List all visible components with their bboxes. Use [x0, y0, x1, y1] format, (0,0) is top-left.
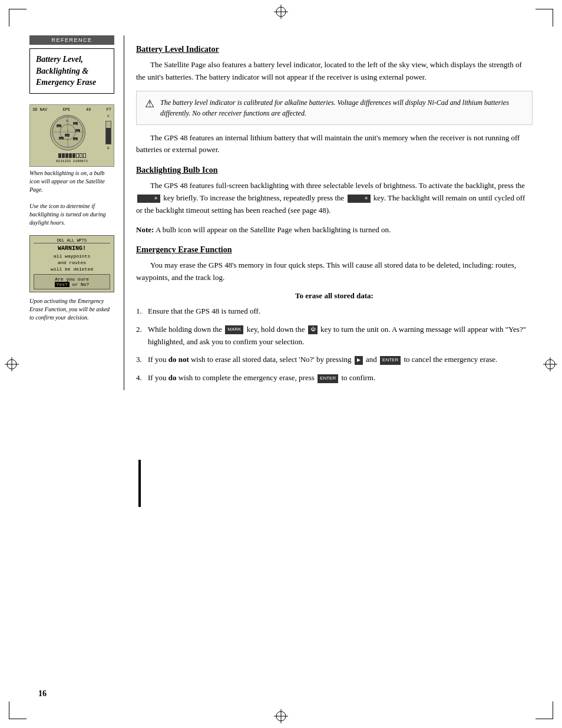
step-2-num: 2. — [136, 324, 142, 336]
enter-key-step3: ENTER — [380, 356, 401, 365]
step-2-mid: key, hold down the — [247, 325, 305, 334]
erase-screen: DEL ALL WPTS WARNING! all waypoints and … — [29, 235, 114, 292]
sidebar-title-box: Battery Level, Backlighting & Emergency … — [29, 48, 114, 94]
battery-section: Battery Level Indicator The Satellite Pa… — [136, 45, 533, 156]
steps-list: 1. Ensure that the GPS 48 is turned off.… — [136, 305, 533, 384]
enter-key-step4: ENTER — [318, 374, 338, 383]
mark-key: MARK — [225, 325, 243, 334]
step-4-num: 4. — [136, 372, 142, 384]
svg-text:27: 27 — [65, 135, 68, 137]
battery-bar-3 — [65, 153, 68, 158]
warning-triangle-icon: ⚠ — [145, 98, 154, 109]
emergency-section: Emergency Erase Function You may erase t… — [136, 245, 533, 384]
epe-value: 49 — [86, 107, 91, 113]
backlighting-text-pre: The GPS 48 features full-screen backligh… — [150, 181, 525, 190]
erase-yes: Yes? — [55, 282, 70, 287]
reg-mark-top — [274, 5, 288, 19]
page: 16 REFERENCE Battery Level, Backlighting… — [0, 0, 562, 728]
backlighting-text-mid: key briefly. To increase the brightness,… — [163, 193, 344, 202]
emergency-title: Emergency Erase Function — [136, 245, 533, 255]
step-1-num: 1. — [136, 305, 142, 318]
erase-confirm-pre: Are you sure — [55, 276, 89, 282]
vertical-accent-bar — [138, 460, 141, 507]
svg-text:19: 19 — [59, 138, 62, 140]
erase-line1: all waypoints — [34, 253, 110, 259]
emergency-paragraph1: You may erase the GPS 48's memory in fou… — [136, 259, 533, 284]
step-3: 3. If you do not wish to erase all store… — [136, 354, 533, 366]
corner-mark-bl — [9, 701, 27, 719]
battery-note-text: The battery level indicator is calibrate… — [160, 97, 524, 118]
reference-label: REFERENCE — [29, 35, 114, 45]
sidebar-title: Battery Level, Backlighting & Emergency … — [36, 54, 108, 88]
erase-screen-header: DEL ALL WPTS — [34, 238, 110, 243]
battery-note-box: ⚠ The battery level indicator is calibra… — [136, 91, 533, 125]
sidebar-caption-1: When backlighting is on, a bulb icon wil… — [29, 169, 114, 194]
svg-text:02: 02 — [74, 123, 77, 126]
backlighting-paragraph: The GPS 48 features full-screen backligh… — [136, 180, 533, 216]
steps-title: To erase all stored data: — [136, 291, 533, 301]
nav-mode: 3D NAV — [32, 107, 47, 113]
epe-label: EPE — [63, 107, 71, 113]
step-3-mid: wish to erase all stored data, select 'N… — [191, 355, 352, 364]
step-3-bold: do not — [168, 355, 189, 364]
note-label: Note: — [136, 225, 154, 234]
corner-mark-tl — [9, 9, 27, 27]
step-2-pre: While holding down the — [148, 325, 222, 334]
battery-bar-6 — [76, 153, 79, 158]
reg-mark-right — [543, 357, 557, 371]
reg-mark-bottom — [274, 709, 288, 723]
corner-mark-tr — [535, 9, 553, 27]
battery-bar-2 — [62, 153, 65, 158]
battery-bar-1 — [58, 153, 61, 158]
erase-line3: will be deleted — [34, 266, 110, 272]
step-4-mid: wish to complete the emergency erase, pr… — [178, 373, 315, 382]
svg-text:N: N — [66, 119, 68, 123]
satellite-sky-view: N • 26 02 31 27 15 — [50, 115, 85, 150]
battery-bar-8 — [83, 153, 86, 158]
page-number: 16 — [38, 689, 47, 699]
step-3-post: to cancel the emergency erase. — [404, 355, 497, 364]
gps-screen: 3D NAV EPE 49 FT N — [29, 104, 114, 167]
erase-confirm-box: Are you sure Yes? or No? — [34, 274, 110, 289]
backlighting-note: Note: A bulb icon will appear on the Sat… — [136, 224, 533, 236]
battery-bar-7 — [80, 153, 82, 158]
battery-paragraph2: The GPS 48 features an internal lithium … — [136, 132, 533, 157]
battery-bars — [32, 153, 111, 158]
step-3-num: 3. — [136, 354, 142, 366]
power-key: ⏻ — [308, 325, 318, 334]
backlight-key2: ☀ — [348, 195, 371, 203]
reg-mark-left — [5, 357, 19, 371]
erase-or-no: or No? — [70, 282, 90, 287]
step-4-post: to confirm. — [341, 373, 375, 382]
battery-paragraph1: The Satellite Page also features a batte… — [136, 59, 533, 84]
corner-mark-br — [535, 701, 553, 719]
step-1: 1. Ensure that the GPS 48 is turned off. — [136, 305, 533, 318]
svg-text:15: 15 — [74, 139, 77, 141]
gps-numbers: 0111223 2199671 — [32, 159, 111, 164]
step-1-text: Ensure that the GPS 48 is turned off. — [148, 307, 260, 315]
step-2: 2. While holding down the MARK key, hold… — [136, 324, 533, 348]
gps-screen-header: 3D NAV EPE 49 FT — [32, 107, 111, 113]
svg-text:31: 31 — [76, 130, 79, 133]
backlight-key1: ☀ — [137, 195, 160, 203]
sidebar: REFERENCE Battery Level, Backlighting & … — [29, 35, 124, 390]
svg-text:•: • — [67, 129, 68, 132]
battery-bar-5 — [72, 153, 75, 158]
unit: FT — [107, 107, 111, 113]
battery-bar-4 — [69, 153, 72, 158]
backlighting-note-text: A bulb icon will appear on the Satellite… — [156, 225, 391, 234]
svg-text:26: 26 — [57, 126, 60, 128]
main-content: Battery Level Indicator The Satellite Pa… — [124, 35, 533, 390]
step-3-and: and — [366, 355, 377, 364]
erase-sidebar-caption: Upon activating the Emergency Erase Func… — [29, 297, 114, 322]
step-4-bold: do — [168, 373, 177, 382]
erase-warning: WARNING! — [34, 245, 110, 252]
backlighting-title: Backlighting Bulb Icon — [136, 166, 533, 175]
erase-line2: and routes — [34, 260, 110, 265]
arrow-key: ▶ — [355, 356, 363, 365]
step-4-pre: If you — [148, 373, 166, 382]
battery-title: Battery Level Indicator — [136, 45, 533, 54]
sidebar-caption-2: Use the icon to determine if backlightin… — [29, 202, 114, 227]
backlighting-section: Backlighting Bulb Icon The GPS 48 featur… — [136, 166, 533, 236]
step-3-pre: If you — [148, 355, 166, 364]
